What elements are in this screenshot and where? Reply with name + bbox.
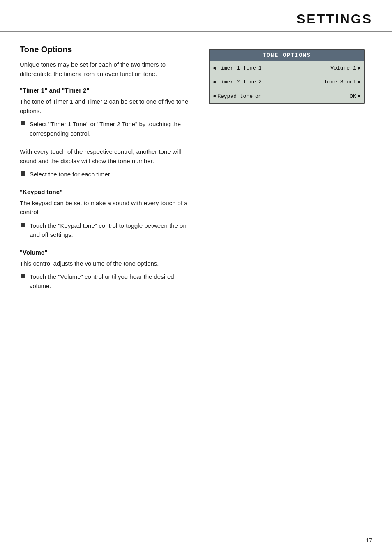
display-header: TONE OPTIONS [210,50,364,61]
bullet-text: Touch the "Volume" control until you hea… [30,272,192,291]
keypad-arrow-left-icon: ◄ [213,93,216,99]
keypad-subsection-body: The keypad can be set to make a sound wi… [20,199,192,217]
section-title: Tone Options [20,45,192,54]
page-header: SETTINGS [0,0,392,32]
display-panel: TONE OPTIONS ◄ Timer 1 Tone 1 Volume 1 ►… [209,49,365,104]
timer2-value: 2 [258,79,262,85]
timer1-middle: Volume [330,65,350,71]
keypad-subsection-title: "Keypad tone" [20,188,192,195]
timer2-right-value: Short [340,79,356,85]
bullet-icon [21,171,25,176]
volume-subsection: "Volume" This control adjusts the volume… [20,249,192,291]
volume-subsection-body: This control adjusts the volume of the t… [20,259,192,269]
timer1-value: 1 [258,65,262,71]
right-column: TONE OPTIONS ◄ Timer 1 Tone 1 Volume 1 ►… [209,45,365,300]
bullet-icon [21,223,25,227]
keypad-label: Keypad tone [217,93,253,100]
bullet-icon [21,121,25,125]
timer1-label: Timer 1 Tone [217,65,256,71]
timer2-display-row[interactable]: ◄ Timer 2 Tone 2 Tone Short ► [210,75,364,89]
bullet-icon [21,274,25,278]
touch-paragraph-block: With every touch of the respective contr… [20,147,192,179]
timer2-middle: Tone [324,79,337,85]
keypad-subsection: "Keypad tone" The keypad can be set to m… [20,188,192,240]
keypad-right-value: OK [350,93,356,100]
timer-subsection-title: "Timer 1" and "Timer 2" [20,87,192,94]
page-title: SETTINGS [297,12,372,27]
list-item: Select "Timer 1 Tone" or "Timer 2 Tone" … [21,120,192,138]
timer1-display-row[interactable]: ◄ Timer 1 Tone 1 Volume 1 ► [210,61,364,75]
timer2-arrow-left-icon: ◄ [213,79,216,85]
list-item: Select the tone for each timer. [21,170,192,179]
keypad-arrow-right-icon: ► [358,93,361,99]
bullet-text: Touch the "Keypad tone" control to toggl… [30,221,192,240]
left-column: Tone Options Unique tones may be set for… [20,45,192,300]
touch-body: With every touch of the respective contr… [20,147,192,166]
timer1-right-value: 1 [353,65,356,71]
keypad-display-row[interactable]: ◄ Keypad tone on OK ► [210,89,364,103]
timer2-arrow-right-icon: ► [358,79,361,85]
timer1-arrow-left-icon: ◄ [213,65,216,71]
bullet-text: Select "Timer 1 Tone" or "Timer 2 Tone" … [30,120,192,138]
timer-subsection-body: The tone of Timer 1 and Timer 2 can be s… [20,97,192,116]
keypad-value: on [255,93,262,100]
timer-subsection: "Timer 1" and "Timer 2" The tone of Time… [20,87,192,138]
list-item: Touch the "Keypad tone" control to toggl… [21,221,192,240]
timer2-label: Timer 2 Tone [217,79,256,85]
bullet-text: Select the tone for each timer. [30,170,111,179]
list-item: Touch the "Volume" control until you hea… [21,272,192,291]
section-intro: Unique tones may be set for each of the … [20,60,192,79]
volume-subsection-title: "Volume" [20,249,192,256]
timer1-arrow-right-icon: ► [358,65,361,71]
page-number: 17 [366,537,372,544]
content-area: Tone Options Unique tones may be set for… [0,32,392,313]
